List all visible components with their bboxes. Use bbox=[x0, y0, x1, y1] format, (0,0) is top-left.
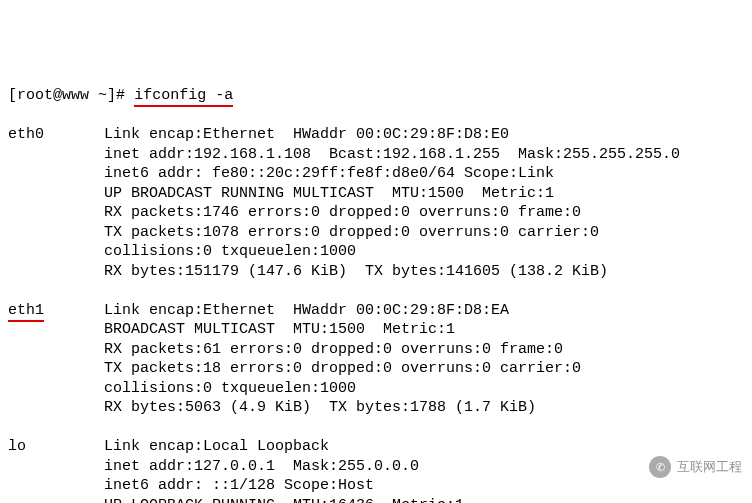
blank-line bbox=[8, 418, 744, 438]
interface-block: eth0Link encap:Ethernet HWaddr 00:0C:29:… bbox=[8, 125, 744, 281]
interface-line: Link encap:Ethernet HWaddr 00:0C:29:8F:D… bbox=[104, 125, 680, 145]
watermark: ✆ 互联网工程 bbox=[649, 456, 742, 478]
interface-details: Link encap:Ethernet HWaddr 00:0C:29:8F:D… bbox=[104, 301, 581, 418]
interface-line: inet6 addr: ::1/128 Scope:Host bbox=[104, 476, 572, 496]
prompt-path: ~ bbox=[98, 87, 107, 104]
interface-line: UP LOOPBACK RUNNING MTU:16436 Metric:1 bbox=[104, 496, 572, 504]
interface-line: RX bytes:151179 (147.6 KiB) TX bytes:141… bbox=[104, 262, 680, 282]
command-text: ifconfig -a bbox=[134, 87, 233, 107]
interface-details: Link encap:Ethernet HWaddr 00:0C:29:8F:D… bbox=[104, 125, 680, 281]
prompt-line: [root@www ~]# ifconfig -a bbox=[8, 86, 744, 106]
prompt-symbol: # bbox=[116, 87, 125, 104]
interface-line: RX bytes:5063 (4.9 KiB) TX bytes:1788 (1… bbox=[104, 398, 581, 418]
interface-line: collisions:0 txqueuelen:1000 bbox=[104, 379, 581, 399]
interface-line: inet addr:127.0.0.1 Mask:255.0.0.0 bbox=[104, 457, 572, 477]
interface-line: Link encap:Local Loopback bbox=[104, 437, 572, 457]
interface-line: inet addr:192.168.1.108 Bcast:192.168.1.… bbox=[104, 145, 680, 165]
interface-line: collisions:0 txqueuelen:1000 bbox=[104, 242, 680, 262]
interface-line: Link encap:Ethernet HWaddr 00:0C:29:8F:D… bbox=[104, 301, 581, 321]
interface-block: eth1Link encap:Ethernet HWaddr 00:0C:29:… bbox=[8, 301, 744, 418]
prompt-host: www bbox=[62, 87, 89, 104]
interface-details: Link encap:Local Loopbackinet addr:127.0… bbox=[104, 437, 572, 503]
interface-name: lo bbox=[8, 437, 104, 457]
interface-block: loLink encap:Local Loopbackinet addr:127… bbox=[8, 437, 744, 503]
interface-line: BROADCAST MULTICAST MTU:1500 Metric:1 bbox=[104, 320, 581, 340]
interface-line: UP BROADCAST RUNNING MULTICAST MTU:1500 … bbox=[104, 184, 680, 204]
interface-line: RX packets:61 errors:0 dropped:0 overrun… bbox=[104, 340, 581, 360]
interface-line: inet6 addr: fe80::20c:29ff:fe8f:d8e0/64 … bbox=[104, 164, 680, 184]
prompt-user: root bbox=[17, 87, 53, 104]
interface-name: eth1 bbox=[8, 301, 104, 321]
interface-line: RX packets:1746 errors:0 dropped:0 overr… bbox=[104, 203, 680, 223]
interface-line: TX packets:18 errors:0 dropped:0 overrun… bbox=[104, 359, 581, 379]
interface-name: eth0 bbox=[8, 125, 104, 145]
watermark-text: 互联网工程 bbox=[677, 459, 742, 476]
wechat-icon: ✆ bbox=[649, 456, 671, 478]
blank-line bbox=[8, 281, 744, 301]
interface-line: TX packets:1078 errors:0 dropped:0 overr… bbox=[104, 223, 680, 243]
